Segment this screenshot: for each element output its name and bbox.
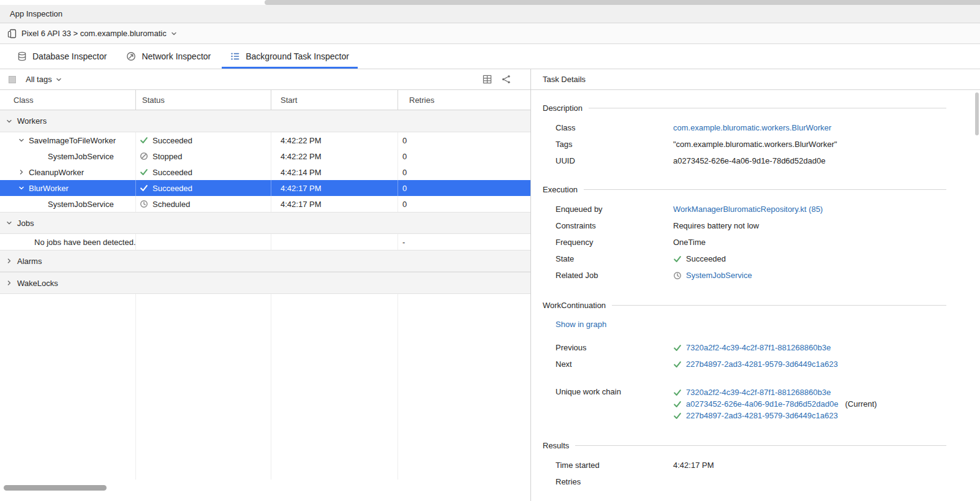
group-row-jobs[interactable]: Jobs [0, 212, 530, 234]
tab-label: Network Inspector [141, 51, 211, 61]
device-selector-bar: Pixel 6 API 33 > com.example.bluromatic [0, 23, 980, 44]
chevron-down-icon [56, 77, 62, 83]
clock-icon [673, 271, 682, 280]
column-header-class[interactable]: Class [0, 90, 136, 110]
success-check-icon [673, 255, 682, 263]
tab-database-inspector[interactable]: Database Inspector [9, 44, 115, 69]
tab-network-inspector[interactable]: Network Inspector [118, 44, 219, 69]
section-heading-label: Execution [543, 185, 578, 194]
previous-uuid-link[interactable]: 7320a2f2-4c39-4c2f-87f1-881268860b3e [686, 342, 831, 353]
group-row-wakelocks[interactable]: WakeLocks [0, 272, 530, 294]
success-check-icon [673, 412, 682, 420]
success-check-icon [140, 184, 148, 192]
group-row-workers[interactable]: Workers [0, 110, 530, 132]
table-row-cleanupworker[interactable]: CleanupWorker Succeeded 4:42:14 PM 0 [0, 164, 530, 180]
section-heading-label: Description [543, 104, 582, 113]
detail-label: Tags [556, 139, 673, 150]
table-row-saveimagetofileworker[interactable]: SaveImageToFileWorker Succeeded 4:42:22 … [0, 132, 530, 148]
horizontal-scrollbar[interactable] [4, 485, 107, 491]
worker-class: SystemJobService [48, 200, 114, 209]
status-text: Succeeded [153, 168, 192, 177]
task-details-header: Task Details [531, 69, 980, 90]
detail-row-related-job: Related Job SystemJobService [556, 270, 946, 281]
detail-row-frequency: Frequency OneTime [556, 237, 946, 248]
detail-label: Related Job [556, 270, 673, 281]
clock-icon [140, 200, 148, 208]
vertical-scrollbar[interactable] [975, 92, 979, 135]
task-details-panel: Task Details Description Class com.examp… [531, 69, 980, 501]
detail-label: Frequency [556, 237, 673, 248]
phone-icon [7, 29, 17, 39]
filter-label: All tags [26, 75, 52, 84]
chain-uuid-link[interactable]: 227b4897-2ad3-4281-9579-3d6449c1a623 [686, 410, 838, 421]
graph-view-icon[interactable] [502, 75, 511, 84]
panel-title: App Inspection [10, 9, 62, 18]
detail-label: Enqueued by [556, 204, 673, 215]
table-empty-area [0, 294, 530, 501]
chevron-right-icon[interactable] [18, 169, 24, 175]
device-process-selector[interactable]: Pixel 6 API 33 > com.example.bluromatic [7, 29, 177, 39]
worker-class: SaveImageToFileWorker [29, 136, 116, 145]
start-time: 4:42:22 PM [281, 136, 322, 145]
top-edge-scrollbar [265, 0, 980, 5]
show-in-graph-link[interactable]: Show in graph [556, 320, 606, 329]
detail-row-retries-partial: Retries [556, 477, 946, 488]
tags-value: "com.example.bluromatic.workers.BlurWork… [673, 139, 837, 150]
app-inspection-window: App Inspection Pixel 6 API 33 > com.exam… [0, 0, 980, 501]
section-rule [612, 305, 946, 306]
chevron-right-icon [6, 280, 12, 286]
all-tags-dropdown[interactable]: All tags [26, 75, 62, 84]
chevron-down-icon[interactable] [18, 137, 24, 143]
detail-row-class: Class com.example.bluromatic.workers.Blu… [556, 122, 946, 134]
detail-label: Class [556, 122, 673, 134]
retries-count: 0 [402, 136, 407, 145]
main-area: All tags Class Status Start Retries Work… [0, 69, 980, 501]
chain-item: 7320a2f2-4c39-4c2f-87f1-881268860b3e [673, 386, 877, 398]
column-divider [271, 294, 271, 480]
detail-row-unique-work-chain: Unique work chain 7320a2f2-4c39-4c2f-87f… [556, 386, 946, 421]
success-check-icon [673, 388, 682, 397]
section-heading-label: Results [543, 441, 569, 450]
constraints-value: Requires battery not low [673, 220, 759, 232]
tab-background-task-inspector[interactable]: Background Task Inspector [222, 44, 358, 69]
enqueued-by-link[interactable]: WorkManagerBluromaticRepository.kt (85) [673, 204, 823, 215]
class-link[interactable]: com.example.bluromatic.workers.BlurWorke… [673, 122, 831, 134]
section-description: Description [543, 104, 946, 113]
section-rule [589, 108, 946, 108]
next-uuid-link[interactable]: 227b4897-2ad3-4281-9579-3d6449c1a623 [686, 359, 838, 370]
table-row-systemjobservice-scheduled[interactable]: SystemJobService Scheduled 4:42:17 PM 0 [0, 196, 530, 212]
empty-dash: - [402, 238, 405, 247]
column-header-status[interactable]: Status [136, 90, 271, 110]
task-list-icon [230, 51, 240, 61]
detail-row-uuid: UUID a0273452-626e-4a06-9d1e-78d6d52dad0… [556, 156, 946, 167]
worker-class: BlurWorker [29, 184, 69, 193]
start-time: 4:42:22 PM [281, 152, 322, 161]
chevron-down-icon [171, 31, 177, 37]
stop-icon[interactable] [9, 76, 16, 83]
related-job-link[interactable]: SystemJobService [686, 270, 752, 281]
status-text: Scheduled [153, 200, 190, 209]
success-check-icon [140, 168, 148, 176]
device-process-label: Pixel 6 API 33 > com.example.bluromatic [21, 29, 167, 38]
table-row-jobs-empty: No jobs have been detected. - [0, 234, 530, 250]
detail-label: Previous [556, 342, 673, 353]
detail-label: Time started [556, 460, 673, 471]
chain-uuid-link[interactable]: a0273452-626e-4a06-9d1e-78d6d52dad0e [686, 398, 839, 410]
detail-row-previous: Previous 7320a2f2-4c39-4c2f-87f1-8812688… [556, 342, 946, 353]
table-row-systemjobservice-stopped[interactable]: SystemJobService Stopped 4:42:22 PM 0 [0, 148, 530, 164]
detail-row-tags: Tags "com.example.bluromatic.workers.Blu… [556, 139, 946, 150]
column-header-retries[interactable]: Retries [398, 90, 530, 110]
column-header-start[interactable]: Start [271, 90, 398, 110]
table-row-blurworker-selected[interactable]: BlurWorker Succeeded 4:42:17 PM 0 [0, 180, 530, 196]
chain-uuid-link[interactable]: 7320a2f2-4c39-4c2f-87f1-881268860b3e [686, 386, 831, 398]
chevron-down-icon [6, 118, 12, 124]
empty-message: No jobs have been detected. [34, 238, 136, 247]
time-started-value: 4:42:17 PM [673, 460, 714, 471]
retries-count: 0 [402, 152, 407, 161]
app-inspection-header: App Inspection [0, 5, 980, 23]
chevron-down-icon[interactable] [18, 185, 24, 191]
group-row-alarms[interactable]: Alarms [0, 250, 530, 272]
section-results: Results [543, 441, 946, 450]
table-view-icon[interactable] [483, 75, 492, 84]
detail-row-time-started: Time started 4:42:17 PM [556, 460, 946, 471]
